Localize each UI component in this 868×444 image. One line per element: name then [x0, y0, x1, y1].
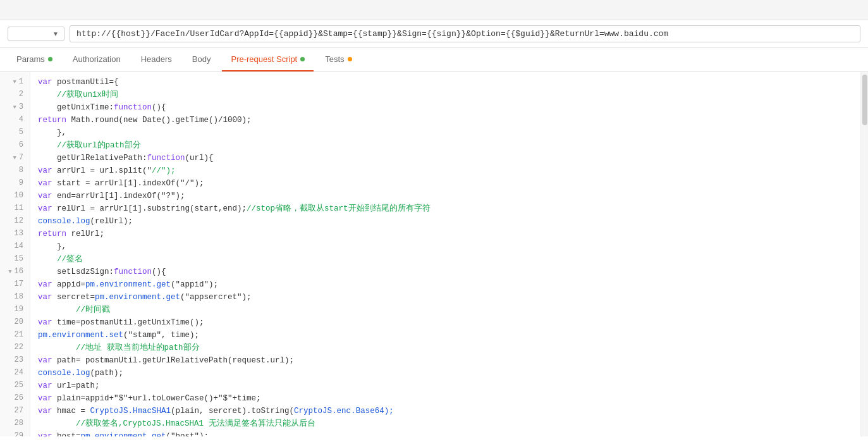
code-line: //时间戳 — [38, 304, 860, 316]
line-number: 23 — [0, 354, 30, 367]
tab-authorization[interactable]: Authorization — [64, 48, 130, 71]
line-number: 29 — [0, 430, 30, 436]
line-number: 14 — [0, 240, 30, 253]
tests-dot — [348, 57, 352, 61]
code-line: var postmanUtil={ — [38, 76, 860, 89]
tab-params[interactable]: Params — [8, 48, 61, 71]
code-line: console.log(relUrl); — [38, 215, 860, 228]
tab-body-label: Body — [192, 54, 211, 64]
code-content[interactable]: var postmanUtil={ //获取unix时间 getUnixTime… — [30, 72, 860, 436]
code-line: return Math.round(new Date().getTime()/1… — [38, 114, 860, 126]
line-number: ▼3 — [0, 101, 30, 114]
chevron-down-icon: ▼ — [52, 30, 59, 37]
line-number: 6 — [0, 139, 30, 152]
line-number: 17 — [0, 278, 30, 291]
params-dot — [48, 57, 52, 61]
code-line: var time=postmanUtil.getUnixTime(); — [38, 316, 860, 329]
pre-request-dot — [300, 57, 305, 61]
code-line: //获取签名,CryptoJS.HmacSHA1 无法满足签名算法只能从后台 — [38, 417, 860, 430]
code-line: var host=pm.environment.get("host"); — [38, 430, 860, 436]
url-input[interactable] — [70, 25, 860, 42]
line-numbers: ▼12▼3456▼789101112131415▼161718192021222… — [0, 72, 30, 436]
code-line: var plain=appid+"$"+url.toLowerCase()+"$… — [38, 392, 860, 405]
line-number: ▼7 — [0, 152, 30, 164]
line-number: 21 — [0, 329, 30, 342]
code-line: var start = arrUrl[1].indexOf("/"); — [38, 177, 860, 190]
tabs-bar: Params Authorization Headers Body Pre-re… — [0, 48, 868, 72]
line-number: 26 — [0, 392, 30, 405]
line-number: 11 — [0, 202, 30, 215]
line-number: 9 — [0, 177, 30, 190]
tab-tests[interactable]: Tests — [316, 48, 360, 71]
code-editor[interactable]: ▼12▼3456▼789101112131415▼161718192021222… — [0, 72, 868, 436]
line-number: ▼16 — [0, 266, 30, 278]
line-number: 10 — [0, 190, 30, 202]
code-line: //签名 — [38, 253, 860, 266]
tab-params-label: Params — [16, 54, 45, 64]
line-number: 24 — [0, 367, 30, 379]
code-line: setLsdzSign:function(){ — [38, 266, 860, 278]
line-number: 5 — [0, 126, 30, 139]
code-line: return relUrl; — [38, 228, 860, 240]
code-line: var url=path; — [38, 379, 860, 392]
tab-body[interactable]: Body — [183, 48, 220, 71]
tab-pre-request[interactable]: Pre-request Script — [222, 48, 314, 71]
url-bar: ▼ — [0, 20, 868, 48]
line-number: 19 — [0, 304, 30, 316]
code-line: //获取unix时间 — [38, 89, 860, 101]
line-number: 13 — [0, 228, 30, 240]
code-line: var arrUrl = url.split("//"); — [38, 164, 860, 177]
method-select[interactable]: ▼ — [8, 27, 64, 41]
line-number: 15 — [0, 253, 30, 266]
code-line: var path= postmanUtil.getUrlRelativePath… — [38, 354, 860, 367]
tab-authorization-label: Authorization — [73, 54, 121, 64]
tab-pre-request-label: Pre-request Script — [231, 54, 297, 64]
line-number: 4 — [0, 114, 30, 126]
breadcrumb — [0, 0, 868, 20]
code-line: pm.environment.set("stamp", time); — [38, 329, 860, 342]
code-line: getUrlRelativePath:function(url){ — [38, 152, 860, 164]
code-line: getUnixTime:function(){ — [38, 101, 860, 114]
code-line: var appid=pm.environment.get("appid"); — [38, 278, 860, 291]
line-number: 20 — [0, 316, 30, 329]
code-line: var end=arrUrl[1].indexOf("?"); — [38, 190, 860, 202]
code-line: }, — [38, 240, 860, 253]
code-line: console.log(path); — [38, 367, 860, 379]
code-line: //获取url的path部分 — [38, 139, 860, 152]
code-line: }, — [38, 126, 860, 139]
line-number: 8 — [0, 164, 30, 177]
code-line: var hmac = CryptoJS.HmacSHA1(plain, serc… — [38, 405, 860, 417]
code-line: //地址 获取当前地址的path部分 — [38, 342, 860, 354]
code-line: var relUrl = arrUrl[1].substring(start,e… — [38, 202, 860, 215]
line-number: 27 — [0, 405, 30, 417]
line-number: 2 — [0, 89, 30, 101]
code-line: var sercret=pm.environment.get("appsercr… — [38, 291, 860, 304]
tab-headers-label: Headers — [141, 54, 172, 64]
line-number: 22 — [0, 342, 30, 354]
line-number: 18 — [0, 291, 30, 304]
scrollbar[interactable] — [860, 72, 868, 436]
tab-headers[interactable]: Headers — [132, 48, 181, 71]
line-number: ▼1 — [0, 76, 30, 89]
line-number: 12 — [0, 215, 30, 228]
scrollbar-thumb[interactable] — [862, 75, 867, 125]
line-number: 28 — [0, 417, 30, 430]
tab-tests-label: Tests — [325, 54, 344, 64]
line-number: 25 — [0, 379, 30, 392]
